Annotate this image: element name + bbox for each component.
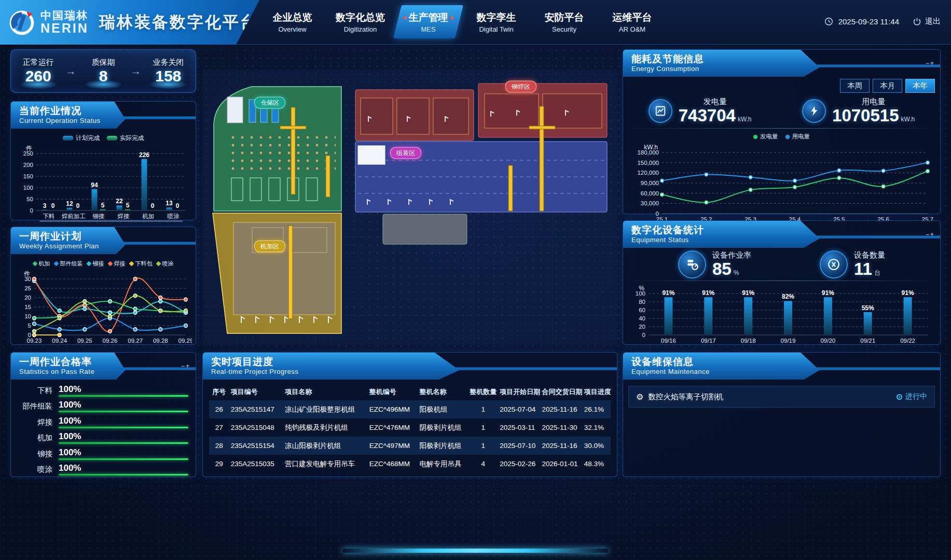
panel-subtitle: Equipment Status <box>631 236 689 244</box>
metric-设备数量: 设备数量11台 <box>820 250 885 278</box>
logo-cn: 中国瑞林 <box>40 10 89 21</box>
legend-item-下料包: 下料包 <box>130 260 153 268</box>
metric-unit: kW.h <box>738 116 752 123</box>
metric-unit: % <box>734 269 739 276</box>
tab-mes[interactable]: 生产管理MES <box>394 9 462 36</box>
tab-security[interactable]: 安防平台Security <box>530 9 598 36</box>
logo-area: 中国瑞林 NERIN 瑞林装备数字化平台 <box>0 0 259 45</box>
svg-text:200: 200 <box>23 162 33 168</box>
header-right: 2025-09-23 11:44 退出 <box>824 17 941 26</box>
weekly-chart-legend: 机加部件组装铆接焊接下料包喷涂 <box>16 258 191 269</box>
header-datetime: 2025-09-23 11:44 <box>838 17 899 26</box>
svg-text:20: 20 <box>24 295 31 301</box>
svg-text:0: 0 <box>176 202 180 209</box>
energy-metrics: 发电量743704kW.h用电量1070515kW.h <box>623 94 940 126</box>
svg-text:22: 22 <box>116 198 123 205</box>
svg-text:件: 件 <box>24 270 30 277</box>
panel-subtitle: Current Operation Status <box>19 117 101 124</box>
svg-text:0: 0 <box>30 207 33 214</box>
arrow-right-icon: → <box>65 65 76 77</box>
column-header: 整机编号 <box>368 383 418 400</box>
svg-text:09.25: 09.25 <box>77 338 92 344</box>
operation-bar-chart: 050100150200250件30下料120焊前加工945铆接225焊接226… <box>16 143 192 222</box>
arrow-right-icon: → <box>131 65 141 77</box>
svg-text:焊前加工: 焊前加工 <box>62 213 86 219</box>
tab-ar-o-m[interactable]: 运维平台AR O&M <box>598 9 666 36</box>
pass-rate-label: 机加 <box>14 433 59 443</box>
legend-item-用电量: 用电量 <box>785 133 810 141</box>
table-row[interactable]: 26235A2515147凉山矿业阳极整形机组EZC^496MM阳极机组1202… <box>209 400 611 418</box>
pass-rate-bar <box>59 395 188 397</box>
svg-text:12: 12 <box>66 200 73 207</box>
metric-value: 1070515 <box>832 107 899 125</box>
table-row[interactable]: 29235A2515035营口建发电解专用吊车EZC^468MM电解专用吊具42… <box>209 455 611 473</box>
bottom-glow-bar <box>342 549 608 553</box>
pass-rate-label: 下料 <box>14 386 59 396</box>
stat-value: 8 <box>79 67 127 85</box>
metric-value-row: 11台 <box>854 260 885 278</box>
svg-text:120,000: 120,000 <box>637 170 659 176</box>
column-header: 序号 <box>209 383 229 400</box>
operation-chart-legend: 计划完成实际完成 <box>16 133 191 143</box>
energy-line-chart: 030,00060,00090,000120,000150,000180,000… <box>628 142 934 224</box>
range-button-本周[interactable]: 本周 <box>840 79 870 93</box>
bolt-icon <box>820 250 848 278</box>
pass-rate-bar <box>59 427 188 428</box>
svg-text:喷涂: 喷涂 <box>168 213 180 219</box>
panel-title: 实时项目进度 <box>211 355 273 369</box>
tab-digital-twin[interactable]: 数字孪生Digital Twin <box>462 9 530 36</box>
legend-item-铆接: 铆接 <box>87 260 104 268</box>
svg-text:09/20: 09/20 <box>820 338 835 344</box>
metric-value-row: 743704kW.h <box>679 107 752 125</box>
metric-unit: kW.h <box>901 116 915 123</box>
energy-chart-legend: 发电量用电量 <box>628 132 935 142</box>
svg-text:09.28: 09.28 <box>153 338 168 344</box>
svg-text:0: 0 <box>51 202 55 209</box>
pass-rate-row: 喷涂100% <box>14 462 188 478</box>
range-button-本年[interactable]: 本年 <box>905 79 935 93</box>
logout-button[interactable]: 退出 <box>913 17 941 26</box>
energy-range-buttons: 本周本月本年 <box>623 77 940 94</box>
pass-rate-row: 下料100% <box>14 383 188 399</box>
svg-text:80: 80 <box>639 299 645 305</box>
svg-text:5: 5 <box>28 323 31 329</box>
zone-label-机加区: 机加区 <box>254 241 285 253</box>
current-operation-panel: 当前作业情况 Current Operation Status 计划完成实际完成… <box>10 101 196 220</box>
pass-rate-rows: 下料100%部件组装100%焊接100%机加100%铆接100%喷涂100% <box>11 380 196 478</box>
metric-用电量: 用电量1070515kW.h <box>802 97 915 125</box>
svg-text:09/18: 09/18 <box>741 338 756 344</box>
svg-text:226: 226 <box>139 151 149 159</box>
legend-marker <box>32 261 37 266</box>
zone-label-仓储区: 仓储区 <box>254 97 285 109</box>
metric-value-row: 85% <box>712 260 751 278</box>
legend-marker <box>86 261 91 266</box>
project-progress-panel: 实时项目进度 Real-time Project Progress 序号项目编号… <box>202 352 617 477</box>
svg-text:60: 60 <box>639 307 645 313</box>
tab-overview[interactable]: 企业总览Overview <box>258 9 326 36</box>
svg-text:5: 5 <box>101 202 105 209</box>
svg-text:91%: 91% <box>742 289 754 297</box>
maintenance-row[interactable]: ⚙数控火焰等离子切割机进行中 <box>628 386 935 408</box>
factory-3d-map[interactable]: 仓储区铆焊区组装区机加区 <box>202 49 617 349</box>
legend-item-部件组装: 部件组装 <box>54 260 83 268</box>
metric-设备作业率: 设备作业率85% <box>678 250 751 278</box>
table-row[interactable]: 27235A2515048纯钧残极及剥片机组EZC^476MM阴极剥片机组120… <box>209 418 611 437</box>
metric-text: 设备数量11台 <box>854 250 885 278</box>
pass-rate-bar <box>59 411 188 412</box>
legend-item-实际完成: 实际完成 <box>107 134 144 142</box>
factory-map-canvas <box>202 49 617 349</box>
svg-text:09.27: 09.27 <box>128 338 143 344</box>
stat-value: 158 <box>144 67 192 85</box>
equipment-status-panel: 数字化设备统计 Equipment Status −+ 设备作业率85%设备数量… <box>623 220 941 345</box>
clock-icon <box>824 17 833 26</box>
svg-text:09.23: 09.23 <box>27 338 42 344</box>
range-button-本月[interactable]: 本月 <box>873 79 902 93</box>
tab-digitization[interactable]: 数字化总览Digitization <box>326 9 394 36</box>
svg-text:91%: 91% <box>822 289 834 297</box>
svg-text:09/17: 09/17 <box>701 338 716 344</box>
column-header: 项目编号 <box>229 383 283 400</box>
metric-text: 用电量1070515kW.h <box>832 97 915 125</box>
table-row[interactable]: 28235A2515154凉山阳极剥片机组EZC^497MM阳极剥片机组1202… <box>209 437 611 455</box>
svg-text:%: % <box>639 285 644 292</box>
pass-rate-row: 部件组装100% <box>14 399 188 415</box>
